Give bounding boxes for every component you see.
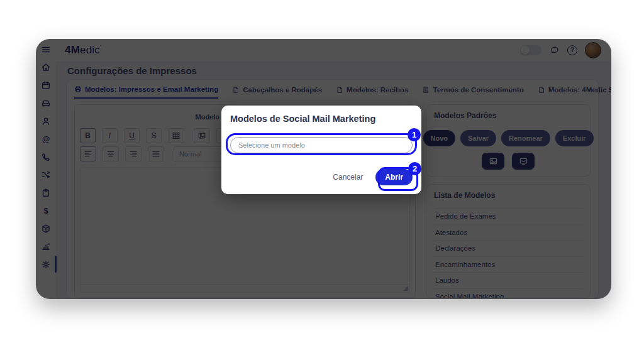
modal-title: Modelos de Social Mail Marketing — [230, 114, 413, 124]
model-select-input[interactable] — [230, 137, 413, 153]
abrir-button[interactable]: Abrir — [375, 169, 413, 185]
modal-dialog: Modelos de Social Mail Marketing Cancela… — [221, 106, 421, 194]
app-window: @ $ 4Medic’ ? Configurações de Impressos — [36, 39, 611, 299]
cancel-button[interactable]: Cancelar — [333, 173, 363, 182]
modal-footer: Cancelar Abrir — [230, 169, 413, 185]
